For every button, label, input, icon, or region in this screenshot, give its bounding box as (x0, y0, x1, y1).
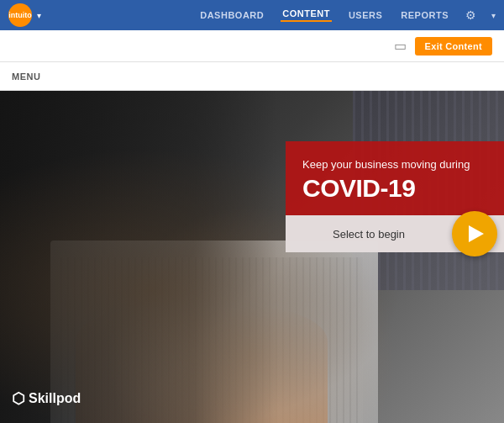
nav-users[interactable]: USERS (347, 10, 384, 20)
skillpod-logo: ⬡ Skillpod (12, 389, 81, 408)
exit-content-button[interactable]: Exit Content (415, 37, 492, 56)
hero-title: COVID-19 (302, 174, 487, 202)
select-bar: Select to begin (286, 215, 504, 252)
nav-content[interactable]: CONTENT (281, 8, 332, 22)
logo[interactable]: intuito (8, 3, 32, 27)
nav-dashboard[interactable]: DASHBOARD (198, 10, 265, 20)
hero-subtitle: Keep your business moving during (302, 158, 487, 171)
navbar: intuito ▾ DASHBOARD CONTENT USERS REPORT… (0, 0, 504, 30)
skillpod-icon: ⬡ (12, 389, 25, 408)
navbar-right: DASHBOARD CONTENT USERS REPORTS ⚙ ▾ (198, 8, 496, 22)
menu-bar: MENU (0, 62, 504, 91)
monitor-icon[interactable]: ▭ (394, 38, 407, 54)
logo-dropdown-arrow[interactable]: ▾ (37, 11, 41, 20)
navbar-left: intuito ▾ (8, 3, 41, 27)
content-overlay: Keep your business moving during COVID-1… (286, 141, 504, 252)
settings-icon[interactable]: ⚙ (465, 8, 476, 22)
nav-reports[interactable]: REPORTS (399, 10, 450, 20)
select-label: Select to begin (286, 216, 452, 252)
play-icon (469, 225, 484, 242)
logo-text: intuito (8, 11, 32, 19)
hero-section: Keep your business moving during COVID-1… (0, 91, 504, 423)
play-button[interactable] (452, 211, 497, 256)
toolbar: ▭ Exit Content (0, 30, 504, 62)
skillpod-brand-name: Skillpod (29, 391, 81, 406)
gear-dropdown-arrow[interactable]: ▾ (491, 11, 496, 20)
menu-label: MENU (12, 71, 40, 82)
